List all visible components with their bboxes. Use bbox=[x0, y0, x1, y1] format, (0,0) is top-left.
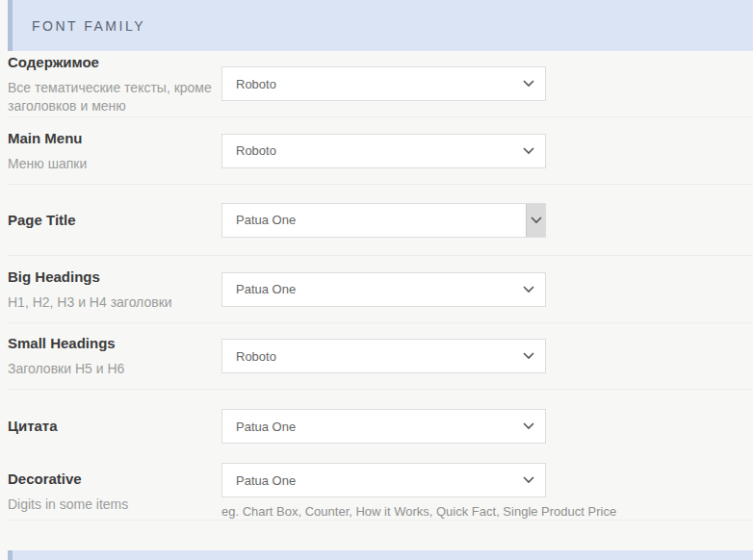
font-select-decorative[interactable]: Patua One bbox=[221, 463, 546, 497]
setting-label-content: Содержимое bbox=[8, 53, 221, 72]
setting-row-big-headings: Big Headings H1, H2, H3 и H4 заголовки P… bbox=[8, 256, 753, 323]
setting-row-decorative: Decorative Digits in some items Patua On… bbox=[8, 463, 753, 521]
setting-label-quote: Цитата bbox=[8, 417, 221, 436]
font-select-small-headings[interactable]: Roboto bbox=[221, 339, 546, 373]
setting-label-big-headings: Big Headings bbox=[8, 267, 221, 287]
chevron-down-icon bbox=[523, 286, 534, 293]
setting-label-page-title: Page Title bbox=[8, 211, 221, 230]
section-accent-bar bbox=[8, 550, 13, 560]
setting-row-main-menu: Main Menu Меню шапки Roboto bbox=[8, 117, 753, 185]
setting-description-big-headings: H1, H2, H3 и H4 заголовки bbox=[8, 293, 221, 312]
font-select-big-headings[interactable]: Patua One bbox=[221, 272, 546, 307]
chevron-down-icon bbox=[523, 422, 534, 430]
setting-row-small-headings: Small Headings Заголовки H5 и H6 Roboto bbox=[8, 323, 753, 390]
setting-label-main-menu: Main Menu bbox=[8, 129, 221, 148]
selected-font-value: Roboto bbox=[236, 143, 276, 158]
setting-row-page-title: Page Title Patua One bbox=[8, 185, 753, 256]
setting-row-content: Содержимое Все тематические тексты, кром… bbox=[8, 51, 753, 117]
section-header: FONT FAMILY bbox=[8, 0, 753, 51]
selected-font-value: Roboto bbox=[236, 77, 276, 91]
setting-description-small-headings: Заголовки H5 и H6 bbox=[8, 360, 221, 378]
selected-font-value: Patua One bbox=[236, 213, 296, 227]
chevron-down-icon bbox=[531, 216, 542, 224]
font-select-page-title[interactable]: Patua One bbox=[221, 203, 546, 238]
chevron-down-icon bbox=[523, 80, 534, 88]
selected-font-value: Patua One bbox=[236, 473, 296, 488]
chevron-down-icon bbox=[523, 476, 534, 484]
select-helper-text: eg. Chart Box, Counter, How it Works, Qu… bbox=[221, 504, 616, 520]
setting-description-content: Все тематические тексты, кроме заголовко… bbox=[8, 79, 221, 115]
selected-font-value: Roboto bbox=[236, 349, 276, 364]
setting-description-decorative: Digits in some items bbox=[8, 496, 221, 514]
setting-label-small-headings: Small Headings bbox=[8, 334, 221, 353]
section-accent-bar bbox=[8, 0, 13, 51]
selected-font-value: Patua One bbox=[236, 420, 296, 434]
selected-font-value: Patua One bbox=[236, 282, 296, 296]
next-section-bar bbox=[8, 550, 753, 560]
setting-label-decorative: Decorative bbox=[8, 470, 221, 489]
chevron-down-icon bbox=[523, 147, 534, 155]
chevron-down-icon bbox=[523, 352, 534, 360]
font-select-content[interactable]: Roboto bbox=[221, 66, 546, 101]
font-select-main-menu[interactable]: Roboto bbox=[221, 134, 546, 168]
font-family-settings-panel: FONT FAMILY Содержимое Все тематические … bbox=[0, 0, 753, 560]
font-select-quote[interactable]: Patua One bbox=[221, 409, 546, 444]
setting-row-quote: Цитата Patua One bbox=[8, 390, 753, 463]
section-title: FONT FAMILY bbox=[8, 18, 145, 34]
setting-description-main-menu: Меню шапки bbox=[8, 155, 221, 173]
select-arrow-button[interactable] bbox=[526, 204, 545, 237]
